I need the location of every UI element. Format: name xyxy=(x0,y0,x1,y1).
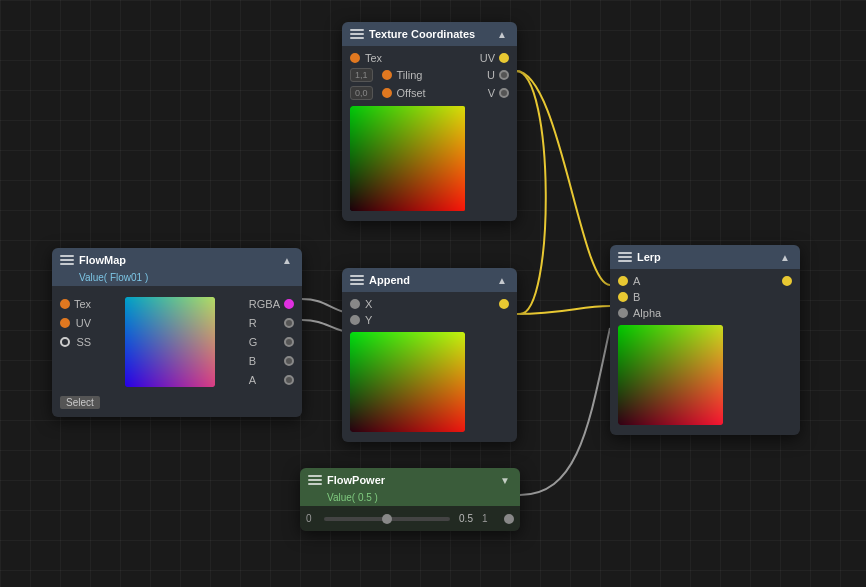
pin-row-uv-fm: UV xyxy=(52,315,99,331)
node-lerp-header[interactable]: Lerp ▲ xyxy=(610,245,800,269)
label-v-right: V xyxy=(488,87,495,99)
texcoord-gradient xyxy=(350,106,465,211)
append-gradient xyxy=(350,332,465,432)
menu-icon-flowmap xyxy=(60,255,74,265)
menu-icon-lerp xyxy=(618,252,632,262)
flowmap-left-pins: Tex UV SS xyxy=(52,294,99,390)
pin-offset-left[interactable] xyxy=(382,88,392,98)
pin-u-right[interactable] xyxy=(499,70,509,80)
node-flowmap-title: FlowMap xyxy=(79,254,126,266)
label-rgba-fm: RGBA xyxy=(249,298,280,310)
label-alpha-lerp: Alpha xyxy=(633,307,661,319)
pin-v-right[interactable] xyxy=(499,88,509,98)
slider-max-label: 1 xyxy=(482,513,496,524)
collapse-button[interactable]: ▲ xyxy=(495,27,509,41)
pin-x-right[interactable] xyxy=(499,299,509,309)
pin-row-rgba-fm: RGBA xyxy=(241,296,302,312)
pin-row-y-append: Y xyxy=(342,312,517,328)
slider-track-flowpower[interactable] xyxy=(324,517,450,521)
collapse-flowpower-button[interactable]: ▼ xyxy=(498,473,512,487)
pin-flowpower-out[interactable] xyxy=(504,514,514,524)
collapse-lerp-button[interactable]: ▲ xyxy=(778,250,792,264)
node-flowmap-body: Tex UV SS RGBA xyxy=(52,286,302,417)
label-u-right: U xyxy=(487,69,495,81)
node-lerp-title: Lerp xyxy=(637,251,661,263)
label-offset: Offset xyxy=(397,87,426,99)
pin-uv-fm[interactable] xyxy=(60,318,70,328)
texcoord-preview xyxy=(350,106,509,211)
menu-icon-append xyxy=(350,275,364,285)
pin-row-tiling: 1,1 Tiling U xyxy=(342,66,517,84)
pin-row-b-lerp: B xyxy=(610,289,800,305)
pin-row-x-append: X xyxy=(342,296,517,312)
pin-b-left-lerp[interactable] xyxy=(618,292,628,302)
label-tex-fm: Tex xyxy=(74,298,91,310)
pin-ss-fm[interactable] xyxy=(60,337,70,347)
flowmap-preview xyxy=(125,297,215,387)
pin-x-left[interactable] xyxy=(350,299,360,309)
label-g-fm: G xyxy=(249,336,258,348)
label-x-append: X xyxy=(365,298,372,310)
pin-row-a-lerp: A xyxy=(610,273,800,289)
collapse-flowmap-button[interactable]: ▲ xyxy=(280,253,294,267)
pin-r-fm[interactable] xyxy=(284,318,294,328)
slider-row-flowpower: 0 0.5 1 xyxy=(300,510,520,527)
label-b-fm: B xyxy=(249,355,256,367)
pin-g-fm[interactable] xyxy=(284,337,294,347)
node-append-title: Append xyxy=(369,274,410,286)
flowmap-right-pins: RGBA R G B A xyxy=(241,294,302,390)
pin-uv-right[interactable] xyxy=(499,53,509,63)
pin-row-g-fm: G xyxy=(241,334,302,350)
node-append: Append ▲ X Y xyxy=(342,268,517,442)
pin-row-ss-fm: SS xyxy=(52,334,99,350)
node-flowpower-header[interactable]: FlowPower ▼ Value( 0.5 ) xyxy=(300,468,520,506)
slider-val-label: 0.5 xyxy=(454,513,478,524)
pin-alpha-left-lerp[interactable] xyxy=(618,308,628,318)
node-lerp: Lerp ▲ A B Alpha xyxy=(610,245,800,435)
pin-row-alpha-lerp: Alpha xyxy=(610,305,800,321)
pin-rgba-fm[interactable] xyxy=(284,299,294,309)
node-flowmap-subtitle: Value( Flow01 ) xyxy=(79,272,148,283)
badge-offset: 0,0 xyxy=(350,86,373,100)
label-a-fm: A xyxy=(249,374,256,386)
node-flowpower-subtitle: Value( 0.5 ) xyxy=(327,492,378,503)
pin-y-left[interactable] xyxy=(350,315,360,325)
menu-icon-flowpower xyxy=(308,475,322,485)
node-flowmap-header[interactable]: FlowMap ▲ Value( Flow01 ) xyxy=(52,248,302,286)
label-ss-fm: SS xyxy=(76,336,91,348)
label-uv-fm: UV xyxy=(76,317,91,329)
pin-row-tex-fm: Tex xyxy=(52,296,99,312)
pin-a-fm[interactable] xyxy=(284,375,294,385)
pin-row-a-fm: A xyxy=(241,372,302,388)
lerp-preview xyxy=(618,325,792,425)
node-texcoord-header[interactable]: Texture Coordinates ▲ xyxy=(342,22,517,46)
badge-tiling: 1,1 xyxy=(350,68,373,82)
slider-thumb-flowpower[interactable] xyxy=(382,514,392,524)
node-flowmap: FlowMap ▲ Value( Flow01 ) Tex UV SS xyxy=(52,248,302,417)
node-texcoord-title: Texture Coordinates xyxy=(369,28,475,40)
label-b-lerp: B xyxy=(633,291,640,303)
pin-b-fm[interactable] xyxy=(284,356,294,366)
node-flowpower-title: FlowPower xyxy=(327,474,385,486)
pin-row-tex: Tex UV xyxy=(342,50,517,66)
node-append-header[interactable]: Append ▲ xyxy=(342,268,517,292)
pin-a-left-lerp[interactable] xyxy=(618,276,628,286)
pin-row-b-fm: B xyxy=(241,353,302,369)
pin-a-right-lerp[interactable] xyxy=(782,276,792,286)
menu-icon xyxy=(350,29,364,39)
select-button-flowmap[interactable]: Select xyxy=(60,396,100,409)
collapse-append-button[interactable]: ▲ xyxy=(495,273,509,287)
pin-tex-fm[interactable] xyxy=(60,299,70,309)
node-append-body: X Y xyxy=(342,292,517,442)
append-preview xyxy=(350,332,509,432)
slider-min-label: 0 xyxy=(306,513,320,524)
label-r-fm: R xyxy=(249,317,257,329)
pin-row-offset: 0,0 Offset V xyxy=(342,84,517,102)
pin-tiling-left[interactable] xyxy=(382,70,392,80)
label-y-append: Y xyxy=(365,314,372,326)
label-uv-right: UV xyxy=(480,52,495,64)
label-tiling: Tiling xyxy=(397,69,423,81)
pin-row-r-fm: R xyxy=(241,315,302,331)
pin-tex-left[interactable] xyxy=(350,53,360,63)
label-tex: Tex xyxy=(365,52,382,64)
